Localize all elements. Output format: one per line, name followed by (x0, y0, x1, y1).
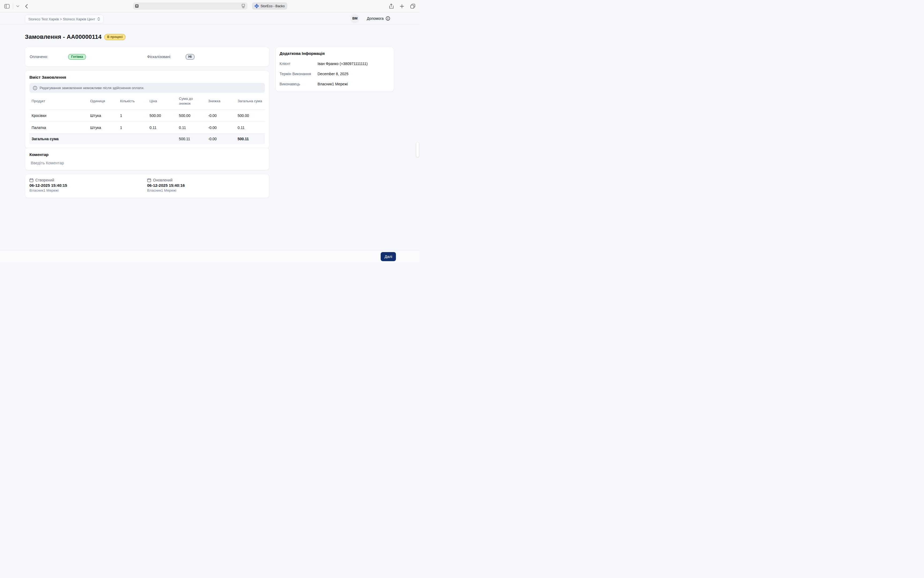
cell-subtotal: 500.00 (177, 110, 206, 122)
table-row: Палатка Штука 1 0.11 0.11 -0.00 0.11 (29, 122, 265, 134)
additional-info-title: Додаткова Інформація (280, 51, 390, 56)
total-label: Загальна сума (29, 134, 88, 144)
user-avatar[interactable]: ВМ (350, 14, 359, 23)
cell-subtotal: 0.11 (177, 122, 206, 134)
created-by: Власник1 Мережі (29, 188, 147, 192)
order-contents-card: Вміст Замовлення Редагування замовлення … (25, 70, 269, 148)
cell-total: 500.00 (235, 110, 265, 122)
total-subtotal: 500.11 (177, 134, 206, 144)
client-label: Клієнт (280, 62, 318, 66)
chevron-down-icon (16, 5, 19, 7)
plus-icon (400, 4, 404, 8)
updated-block: Оновлений 06-12-2025 15:40:16 Власник1 М… (147, 178, 265, 194)
app-header: Storeco Test Харків > Storeco Харків Цен… (0, 12, 420, 24)
new-tab-button[interactable] (399, 4, 404, 9)
updated-label: Оновлений (153, 178, 173, 182)
paid-value-badge: Готівка (68, 54, 86, 60)
fiscalized-value-badge: Ні (186, 54, 195, 60)
col-total: Загальна сума (235, 93, 265, 110)
notice-text: Редагування замовлення неможливе після з… (40, 86, 144, 90)
created-block: Створений 06-12-2025 15:40:15 Власник1 М… (29, 178, 147, 194)
calendar-icon (147, 178, 151, 182)
table-row: Кросівки Штука 1 500.00 500.00 -0.00 500… (29, 110, 265, 122)
executor-value: Власник1 Мережі (318, 82, 348, 86)
main-content: Замовлення - AA00000114 В процесі Оплаче… (0, 24, 420, 250)
comment-title: Коментар (29, 152, 265, 157)
updated-by: Власник1 Мережі (147, 188, 265, 192)
cell-unit: Штука (88, 122, 118, 134)
store-switcher-label: Storeco Test Харків > Storeco Харків Цен… (28, 17, 95, 21)
info-row: Клієнт Іван Франко (+380971111111) (280, 62, 390, 66)
client-value: Іван Франко (+380971111111) (318, 62, 368, 66)
tabs-overview-icon (410, 4, 415, 8)
cell-qty: 1 (118, 110, 148, 122)
col-qty: Кількість (118, 93, 148, 110)
cell-product: Палатка (29, 122, 88, 134)
col-product: Продукт (29, 93, 88, 110)
col-discount: Знижка (206, 93, 235, 110)
cell-product: Кросівки (29, 110, 88, 122)
info-circle-icon (386, 16, 390, 21)
comment-card: Коментар (25, 148, 269, 170)
empty-cell (148, 134, 177, 144)
due-date-value: December 8, 2025 (318, 72, 348, 76)
clear-icon[interactable]: ✕ (135, 4, 139, 8)
info-row: Термін Виконання December 8, 2025 (280, 72, 390, 76)
status-badge: В процесі (104, 34, 126, 40)
order-contents-title: Вміст Замовлення (29, 75, 265, 80)
cell-discount: -0.00 (206, 110, 235, 122)
next-button[interactable]: Далі (381, 252, 396, 261)
sidebar-expand-button[interactable] (16, 5, 20, 8)
cell-discount: -0.00 (206, 122, 235, 134)
back-icon (25, 4, 28, 8)
svg-text:w: w (256, 5, 258, 7)
tab-overview-button[interactable] (410, 3, 416, 9)
cell-price: 0.11 (148, 122, 177, 134)
back-button[interactable] (24, 3, 28, 9)
edit-locked-notice: Редагування замовлення неможливе після з… (29, 83, 265, 93)
scrollbar-thumb[interactable] (416, 142, 419, 157)
order-items-table: Продукт Одиниця Кількість Ціна Сума до з… (29, 93, 265, 144)
help-label: Допомога (367, 16, 384, 21)
up-down-chevrons-icon (97, 17, 100, 21)
comment-input[interactable] (29, 161, 265, 165)
payment-card: Оплачено: Готівка Фіскалізовані: Ні (25, 47, 269, 67)
browser-toolbar: ✕ w StorEco - Backo... (0, 0, 420, 12)
store-switcher[interactable]: Storeco Test Харків > Storeco Харків Цен… (25, 15, 104, 23)
reader-view-icon[interactable] (241, 4, 245, 8)
col-price: Ціна (148, 93, 177, 110)
col-unit: Одиниця (88, 93, 118, 110)
share-button[interactable] (388, 3, 394, 9)
help-menu[interactable]: Допомога (367, 16, 390, 21)
updated-datetime: 06-12-2025 15:40:16 (147, 183, 265, 188)
site-favicon: w (255, 4, 259, 8)
address-bar[interactable]: ✕ (133, 2, 248, 10)
created-datetime: 06-12-2025 15:40:15 (29, 183, 147, 188)
empty-cell (118, 134, 148, 144)
cell-unit: Штука (88, 110, 118, 122)
cell-total: 0.11 (235, 122, 265, 134)
tab-title: StorEco - Backo... (261, 4, 285, 8)
calendar-icon (29, 178, 34, 182)
additional-info-card: Додаткова Інформація Клієнт Іван Франко … (276, 47, 394, 92)
created-label: Створений (35, 178, 54, 182)
table-header-row: Продукт Одиниця Кількість Ціна Сума до з… (29, 93, 265, 110)
total-amount: 500.11 (235, 134, 265, 144)
sidebar-toggle-button[interactable] (4, 3, 10, 9)
col-subtotal: Сума до знижок (177, 93, 206, 110)
browser-tab[interactable]: w StorEco - Backo... (252, 2, 287, 10)
total-discount: -0.00 (206, 134, 235, 144)
empty-cell (88, 134, 118, 144)
timestamps-card: Створений 06-12-2025 15:40:15 Власник1 М… (25, 174, 269, 198)
cell-qty: 1 (118, 122, 148, 134)
share-icon (389, 3, 394, 9)
info-row: Виконавець Власник1 Мережі (280, 82, 390, 86)
due-date-label: Термін Виконання (280, 72, 318, 76)
fiscalized-label: Фіскалізовані: (147, 55, 186, 59)
footer-bar: Далі (0, 250, 420, 263)
table-total-row: Загальна сума 500.11 -0.00 500.11 (29, 134, 265, 144)
paid-label: Оплачено: (30, 55, 68, 59)
page-title: Замовлення - AA00000114 (25, 34, 102, 41)
executor-label: Виконавець (280, 82, 318, 86)
info-circle-icon (33, 86, 37, 90)
